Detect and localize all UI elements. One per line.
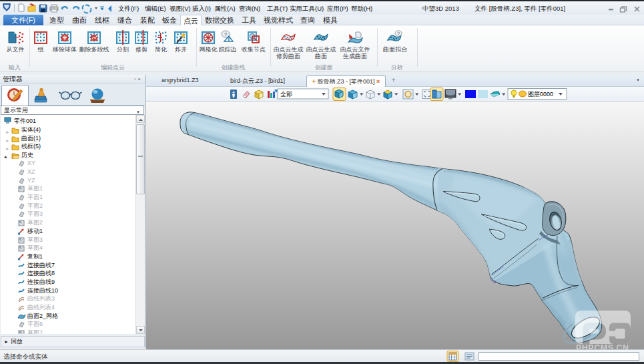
svg-text:?: ? xyxy=(224,31,228,37)
svg-text:?: ? xyxy=(397,31,400,37)
svg-text:图层0000: 图层0000 xyxy=(528,91,553,98)
svg-text:全部: 全部 xyxy=(280,91,292,98)
svg-text:PHPCMS.CN: PHPCMS.CN xyxy=(576,343,629,350)
